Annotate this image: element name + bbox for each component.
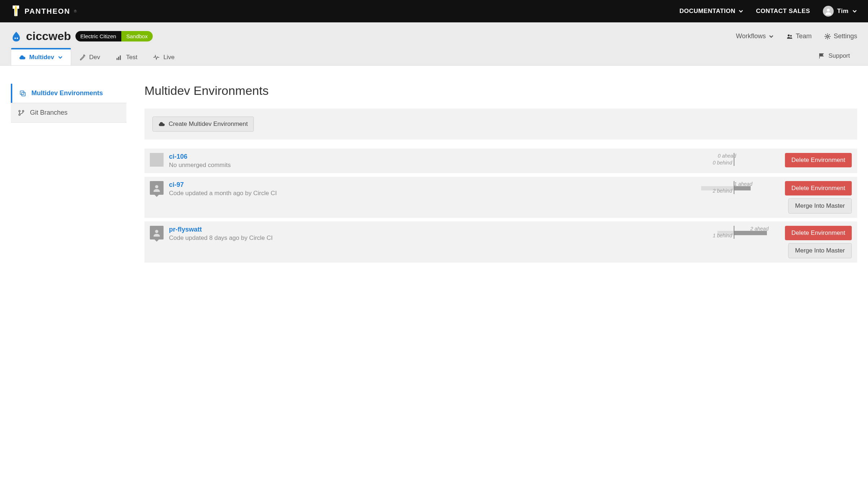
page-title: Multidev Environments <box>144 84 857 98</box>
site-actions: Workflows Team Settings <box>736 32 857 40</box>
env-status: No unmerged commits <box>169 162 666 169</box>
env-status: Code updated 8 days ago by Circle CI <box>169 234 666 242</box>
environment-list: ci-106No unmerged commits0 ahead0 behind… <box>144 149 857 263</box>
flag-icon <box>818 53 825 59</box>
env-avatar <box>150 153 164 167</box>
env-tabs: Multidev Dev Test Live Support <box>11 49 857 65</box>
sidebar: Multidev Environments Git Branches <box>11 84 126 266</box>
behind-label: 0 behind <box>713 160 732 166</box>
main: Multidev Environments Git Branches Multi… <box>0 66 868 284</box>
svg-rect-9 <box>20 91 24 95</box>
tab-multidev-label: Multidev <box>29 54 54 61</box>
chart-icon <box>116 54 122 61</box>
svg-point-2 <box>17 38 18 39</box>
environment-row: ci-106No unmerged commits0 ahead0 behind… <box>144 149 857 173</box>
tab-support-label: Support <box>828 52 850 60</box>
create-multidev-button[interactable]: Create Multidev Environment <box>152 117 254 132</box>
svg-point-15 <box>155 230 159 233</box>
team-link[interactable]: Team <box>786 32 812 40</box>
tab-support[interactable]: Support <box>815 50 854 62</box>
svg-point-1 <box>14 38 16 39</box>
site-title-row: ciccweb Electric Citizen Sandbox Workflo… <box>11 30 857 43</box>
env-actions: Delete EnvironmentMerge Into Master <box>785 226 852 258</box>
content: Multidev Environments Create Multidev En… <box>144 84 857 266</box>
env-name-link[interactable]: ci-106 <box>169 153 666 161</box>
brand-name: PANTHEON <box>25 7 70 16</box>
wrench-icon <box>79 54 86 61</box>
tab-dev[interactable]: Dev <box>71 49 108 65</box>
environment-row: pr-flyswattCode updated 8 days ago by Ci… <box>144 221 857 263</box>
svg-rect-8 <box>120 56 121 60</box>
branch-icon <box>18 110 25 116</box>
drupal-icon <box>11 31 22 42</box>
environment-row: ci-97Code updated a month ago by Circle … <box>144 177 857 218</box>
env-actions: Delete EnvironmentMerge Into Master <box>785 181 852 214</box>
pulse-icon <box>153 54 160 61</box>
ahead-bar <box>734 231 767 235</box>
svg-point-5 <box>826 35 828 37</box>
tab-live[interactable]: Live <box>145 49 182 65</box>
workflows-label: Workflows <box>736 32 766 40</box>
delete-environment-button[interactable]: Delete Environment <box>785 226 852 240</box>
top-nav: DOCUMENTATION CONTACT SALES Tim <box>680 6 857 17</box>
cloud-icon <box>19 54 26 61</box>
behind-label: 1 behind <box>713 233 732 238</box>
site-header: ciccweb Electric Citizen Sandbox Workflo… <box>0 22 868 66</box>
merge-into-master-button[interactable]: Merge Into Master <box>788 198 852 214</box>
svg-rect-7 <box>118 57 119 60</box>
pantheon-logo-icon <box>11 5 21 18</box>
top-header: PANTHEON ® DOCUMENTATION CONTACT SALES T… <box>0 0 868 22</box>
copy-icon <box>19 90 26 97</box>
org-badge[interactable]: Electric Citizen <box>75 31 121 41</box>
tab-live-label: Live <box>163 54 174 61</box>
workflows-dropdown[interactable]: Workflows <box>736 32 774 40</box>
brand-trademark: ® <box>74 9 77 13</box>
env-name-link[interactable]: pr-flyswatt <box>169 226 666 233</box>
user-avatar <box>823 6 834 17</box>
delete-environment-button[interactable]: Delete Environment <box>785 153 852 167</box>
chevron-down-icon <box>738 9 743 14</box>
tab-dev-label: Dev <box>89 54 100 61</box>
nav-contact-sales[interactable]: CONTACT SALES <box>756 8 810 15</box>
team-label: Team <box>796 32 812 40</box>
chevron-down-icon <box>769 34 774 39</box>
svg-point-3 <box>788 34 790 36</box>
team-icon <box>786 33 793 40</box>
logo[interactable]: PANTHEON ® <box>11 5 77 18</box>
create-bar: Create Multidev Environment <box>144 109 857 140</box>
tab-test[interactable]: Test <box>108 49 145 65</box>
chevron-down-icon <box>852 9 857 14</box>
sidebar-item-label: Git Branches <box>30 109 68 117</box>
svg-point-12 <box>19 114 20 115</box>
env-graph: 0 ahead0 behind <box>671 153 780 166</box>
sidebar-item-git-branches[interactable]: Git Branches <box>11 103 126 123</box>
delete-environment-button[interactable]: Delete Environment <box>785 181 852 195</box>
svg-point-14 <box>155 185 159 188</box>
site-title-left: ciccweb Electric Citizen Sandbox <box>11 30 153 43</box>
env-info: ci-97Code updated a month ago by Circle … <box>169 181 666 197</box>
settings-link[interactable]: Settings <box>824 32 857 40</box>
env-tabs-right: Support <box>815 50 857 65</box>
tab-test-label: Test <box>126 54 137 61</box>
person-icon <box>153 229 161 237</box>
env-name-link[interactable]: ci-97 <box>169 181 666 189</box>
create-button-label: Create Multidev Environment <box>169 120 248 128</box>
nav-documentation[interactable]: DOCUMENTATION <box>680 8 743 15</box>
person-icon <box>825 8 832 15</box>
env-avatar <box>150 181 164 195</box>
site-badges: Electric Citizen Sandbox <box>75 31 153 41</box>
cloud-icon <box>159 122 165 127</box>
ahead-bar <box>734 186 751 190</box>
merge-into-master-button[interactable]: Merge Into Master <box>788 243 852 258</box>
svg-point-4 <box>790 35 792 36</box>
person-icon <box>153 184 161 192</box>
sidebar-item-multidev-environments[interactable]: Multidev Environments <box>11 84 126 103</box>
user-name: Tim <box>837 8 849 15</box>
tab-multidev[interactable]: Multidev <box>11 48 71 65</box>
env-avatar <box>150 226 164 240</box>
svg-point-13 <box>22 110 24 112</box>
user-menu[interactable]: Tim <box>823 6 857 17</box>
env-graph: 1 ahead2 behind <box>671 181 780 194</box>
plan-badge[interactable]: Sandbox <box>121 31 153 41</box>
svg-rect-6 <box>117 58 118 60</box>
